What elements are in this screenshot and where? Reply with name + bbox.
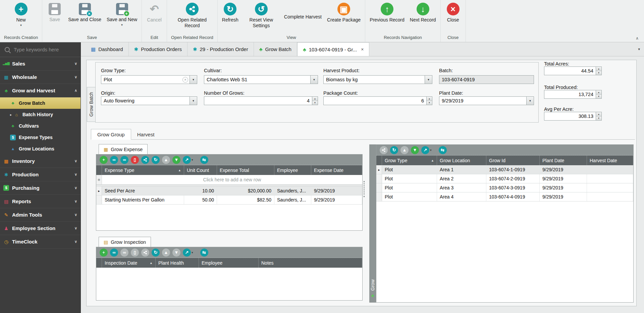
grow-side-tab[interactable]: Grow [370,279,375,290]
spinner-buttons[interactable]: ▲▼ [596,67,601,75]
export-icon[interactable]: ↗ [421,146,429,154]
avg-per-acre-field[interactable]: 308.13▲▼ [544,112,602,121]
grow-type-field[interactable]: Plot×▼ [101,75,197,84]
sidebar-item-sales[interactable]: ▂▅▇Sales∨ [0,57,80,71]
dropdown-caret-icon[interactable]: ▾ [192,158,193,162]
dropdown-caret-icon[interactable]: ▾ [192,251,193,254]
chevron-down-icon[interactable]: ∨ [74,61,77,66]
sidebar-item-employee-section[interactable]: ♟Employee Section∨ [0,222,80,235]
table-row[interactable]: PlotArea 3103-6074-3-09199/29/2019 [376,183,633,192]
dropdown-caret-icon[interactable]: ▾ [121,23,123,27]
column-header-unit-count[interactable]: Unit Count [184,165,217,175]
ribbon-button-save-and-close[interactable]: ×Save and Close [66,0,104,23]
chevron-down-icon[interactable]: ∨ [74,186,77,190]
column-chooser-icon[interactable]: ⇆ [200,156,208,164]
sidebar-item-cultivars[interactable]: ♣Cultivars [0,120,80,132]
grow-inspection-tab[interactable]: ▤Grow Inspection [99,237,151,247]
sidebar-item-timeclock[interactable]: ◷TimeClock∨ [0,235,80,249]
column-header-expense-date[interactable]: Expense Date [311,165,362,175]
column-header-grow-location[interactable]: Grow Location [437,155,486,165]
move-down-icon[interactable]: ▼ [172,156,180,164]
dropdown-caret-icon[interactable]: ▼ [190,76,197,84]
tab-29-production-order[interactable]: ✱29 - Production Order [187,42,254,56]
cultivar-field[interactable]: Charlottes Web S1▼ [204,75,318,84]
share-icon[interactable] [141,156,149,164]
sidebar-item-grow-and-harvest[interactable]: ♣Grow and Harvest∧ [0,84,80,97]
table-row[interactable]: ▸PlotArea 1103-6074-1-09199/29/2019 [376,165,633,174]
table-row[interactable]: Starting Nutrients Per Gallon50.00$82.50… [96,195,362,205]
grow-batch-side-tab[interactable]: Grow Batch [87,87,95,122]
column-header-harvest-date[interactable]: Harvest Date [587,155,633,165]
plant-date-field[interactable]: 9/29/2019▼ [439,96,534,105]
chevron-down-icon[interactable]: ∨ [74,172,77,177]
column-header-grow-id[interactable]: Grow Id [486,155,540,165]
history-icon[interactable]: ↻ [390,146,398,154]
sidebar-item-wholesale[interactable]: ▦Wholesale∨ [0,71,80,84]
ribbon-button-new[interactable]: +New▾ [11,0,32,27]
sidebar-item-grow-locations[interactable]: ▲Grow Locations [0,143,80,154]
sidebar-item-grow-batch[interactable]: ♣Grow Batch [0,97,80,109]
chevron-down-icon[interactable]: ∨ [74,239,77,244]
ribbon-button-save-and-new[interactable]: +Save and New▾ [104,0,140,27]
grow-expense-tab[interactable]: ▦Grow Expense [99,144,148,154]
new-row[interactable]: ✱Click here to add a new row [96,175,362,185]
add-icon[interactable]: + [100,249,108,257]
ribbon-button-refresh[interactable]: ↻Refresh [220,0,241,23]
tab-production-orders[interactable]: ✱Production Orders [129,42,187,56]
ribbon-button-close[interactable]: ×Close [443,0,464,23]
batch-field[interactable]: 103-6074-0919 [439,75,534,84]
tab-close-icon[interactable]: × [361,47,364,52]
sidebar-item-reports[interactable]: ▤Reports∨ [0,195,80,208]
table-row[interactable]: PlotArea 4103-6074-4-09199/29/2019 [376,192,633,202]
spinner-buttons[interactable]: ▲▼ [596,90,601,98]
column-header-expense-type[interactable]: Expense Type▲ [102,165,184,175]
link-add-icon[interactable]: ∞ [120,156,128,164]
sidebar-item-production[interactable]: ✱Production∨ [0,168,80,181]
chevron-down-icon[interactable]: ∨ [74,213,77,217]
column-header-grow-type[interactable]: Grow Type▲ [382,155,437,165]
chevron-up-icon[interactable]: ∧ [74,88,77,93]
dropdown-caret-icon[interactable]: ▼ [526,97,534,105]
column-header-inspection-date[interactable]: Inspection Date▲ [102,258,156,268]
history-icon[interactable]: ↻ [152,249,160,257]
table-row[interactable]: ▸Seed Per Acre10.00$20,000.00Saunders, J… [96,186,362,195]
sidebar-item-batch-history[interactable]: ▸⌂Batch History [0,109,80,120]
column-header-plant-date[interactable]: Plant Date [540,155,587,165]
export-icon[interactable]: ↗ [183,156,191,164]
column-header-employee[interactable]: Employee [199,258,259,268]
origin-field[interactable]: Auto flowering▼ [101,96,197,105]
package-count-field[interactable]: 6▲▼ [323,96,432,105]
sidebar-item-inventory[interactable]: ▦Inventory∨ [0,154,80,168]
dropdown-caret-icon[interactable]: ▼ [425,76,432,84]
column-header-notes[interactable]: Notes [259,258,362,268]
splitter-handle[interactable] [364,181,365,197]
subtab-grow-group[interactable]: Grow Group [91,129,131,140]
ribbon-button-create-package[interactable]: ▣Create Package [325,0,363,23]
dropdown-caret-icon[interactable]: ▾ [20,24,22,27]
add-icon[interactable]: + [100,156,108,164]
ribbon-button-reset-view-settings[interactable]: ↺Reset View Settings [241,0,281,29]
column-header-employee[interactable]: Employee [274,165,311,175]
spinner-buttons[interactable]: ▲▼ [596,112,601,120]
ribbon-button-previous-record[interactable]: ↑Previous Record [367,0,407,23]
link-icon[interactable]: ∞ [110,249,118,257]
sidebar-item-admin-tools[interactable]: ✎Admin Tools∨ [0,208,80,222]
chevron-down-icon[interactable]: ∨ [74,199,77,204]
tab-dashboard[interactable]: ▦Dashboard [86,42,129,56]
column-chooser-icon[interactable]: ⇆ [439,146,447,154]
column-header-expense-total[interactable]: Expense Total [217,165,274,175]
total-acres-field[interactable]: 44.54▲▼ [544,66,602,75]
clear-icon[interactable]: × [182,77,188,83]
table-row[interactable]: PlotArea 2103-6074-2-09199/29/2019 [376,174,633,183]
delete-icon[interactable]: ▯ [131,156,139,164]
expander-icon[interactable]: ▸ [10,113,12,117]
link-icon[interactable]: ∞ [110,156,118,164]
tab-grow-batch[interactable]: ♣Grow Batch [254,42,297,56]
spinner-buttons[interactable]: ▲▼ [312,97,318,105]
sidebar-item-purchasing[interactable]: $Purchasing∨ [0,181,80,195]
dropdown-caret-icon[interactable]: ▼ [310,76,318,84]
export-icon[interactable]: ↗ [183,249,191,257]
total-produced-field[interactable]: 13,724▲▼ [544,90,602,99]
subtab-harvest[interactable]: Harvest [131,129,161,140]
chevron-down-icon[interactable]: ∨ [74,226,77,230]
